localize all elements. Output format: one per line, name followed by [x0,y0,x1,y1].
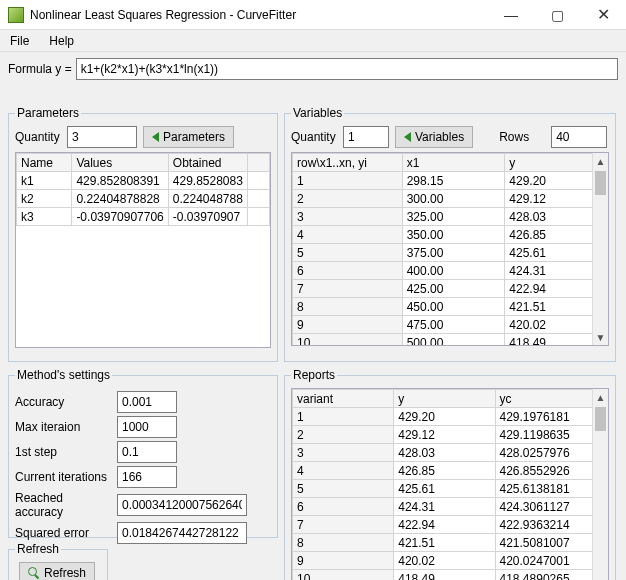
step-input[interactable] [117,441,177,463]
table-row[interactable]: 3428.03428.0257976 [293,444,608,462]
arrow-left-icon [152,132,159,142]
table-row[interactable]: 5425.61425.6138181 [293,480,608,498]
reports-scrollbar[interactable]: ▲ ▼ [592,389,608,580]
formula-label: Formula y = [8,62,72,76]
scroll-up-icon[interactable]: ▲ [593,389,608,405]
table-row[interactable]: k1429.852808391429.8528083 [17,172,270,190]
menu-file[interactable]: File [6,32,33,50]
scroll-down-icon[interactable]: ▼ [593,329,608,345]
menu-bar: File Help [0,30,626,52]
table-row[interactable]: 4426.85426.8552926 [293,462,608,480]
table-row[interactable]: 1429.20429.1976181 [293,408,608,426]
table-row[interactable]: 8421.51421.5081007 [293,534,608,552]
rows-input[interactable] [551,126,607,148]
variables-qty-label: Quantity [291,130,337,144]
window-title: Nonlinear Least Squares Regression - Cur… [30,8,488,22]
table-row[interactable]: 7425.00422.94 [293,280,608,298]
col-row[interactable]: row\x1..xn, yi [293,154,403,172]
method-group: Method's settings Accuracy Max iteraion … [8,368,278,538]
refresh-legend: Refresh [15,542,61,556]
close-button[interactable]: ✕ [580,0,626,30]
method-legend: Method's settings [15,368,112,382]
scroll-thumb[interactable] [595,171,606,195]
col-x1[interactable]: x1 [402,154,505,172]
variables-legend: Variables [291,106,344,120]
parameters-legend: Parameters [15,106,81,120]
parameters-qty-input[interactable] [67,126,137,148]
col-obtained[interactable]: Obtained [168,154,247,172]
table-row[interactable]: 6400.00424.31 [293,262,608,280]
accuracy-input[interactable] [117,391,177,413]
scroll-thumb[interactable] [595,407,606,431]
variables-table[interactable]: row\x1..xn, yi x1 y 1298.15429.202300.00… [291,152,609,346]
table-row[interactable]: 8450.00421.51 [293,298,608,316]
col-values[interactable]: Values [72,154,168,172]
table-row[interactable]: 10418.49418.4890265 [293,570,608,581]
table-row[interactable]: 2300.00429.12 [293,190,608,208]
reports-legend: Reports [291,368,337,382]
table-row[interactable]: 1298.15429.20 [293,172,608,190]
reached-output [117,494,247,516]
client-area: Formula y = Parameters Quantity Paramete… [0,52,626,580]
menu-help[interactable]: Help [45,32,78,50]
reports-group: Reports variant y yc 1429.20429.19761812… [284,368,616,580]
table-row[interactable]: 3325.00428.03 [293,208,608,226]
minimize-button[interactable]: — [488,0,534,30]
variables-qty-input[interactable] [343,126,389,148]
maxiter-input[interactable] [117,416,177,438]
parameters-button[interactable]: Parameters [143,126,234,148]
table-row[interactable]: 6424.31424.3061127 [293,498,608,516]
arrow-left-icon [404,132,411,142]
reports-table[interactable]: variant y yc 1429.20429.19761812429.1242… [291,388,609,580]
table-row[interactable]: 9420.02420.0247001 [293,552,608,570]
maxiter-label: Max iteraion [15,420,111,434]
parameters-table[interactable]: Name Values Obtained k1429.852808391429.… [15,152,271,348]
formula-row: Formula y = [8,58,618,80]
col-ry[interactable]: y [394,390,495,408]
formula-input[interactable] [76,58,618,80]
table-row[interactable]: 2429.12429.1198635 [293,426,608,444]
reached-label: Reached accuracy [15,491,111,519]
parameters-qty-label: Quantity [15,130,61,144]
curiter-label: Current iterations [15,470,111,484]
table-row[interactable]: 9475.00420.02 [293,316,608,334]
maximize-button[interactable]: ▢ [534,0,580,30]
app-icon [8,7,24,23]
sqerr-label: Squared error [15,526,111,540]
parameters-group: Parameters Quantity Parameters Name Valu… [8,106,278,362]
parameters-button-label: Parameters [163,130,225,144]
variables-group: Variables Quantity Variables Rows row\x1… [284,106,616,362]
table-row[interactable]: 4350.00426.85 [293,226,608,244]
refresh-button-label: Refresh [44,566,86,580]
col-variant[interactable]: variant [293,390,394,408]
titlebar: Nonlinear Least Squares Regression - Cur… [0,0,626,30]
variables-scrollbar[interactable]: ▲ ▼ [592,153,608,345]
table-row[interactable]: 10500.00418.49 [293,334,608,347]
curiter-output [117,466,177,488]
table-row[interactable]: k20.224048788280.224048788 [17,190,270,208]
refresh-group: Refresh Refresh [8,542,108,580]
sqerr-output [117,522,247,544]
col-yc[interactable]: yc [495,390,608,408]
table-row[interactable]: 5375.00425.61 [293,244,608,262]
variables-button[interactable]: Variables [395,126,473,148]
step-label: 1st step [15,445,111,459]
refresh-button[interactable]: Refresh [19,562,95,580]
table-row[interactable]: 7422.94422.9363214 [293,516,608,534]
table-row[interactable]: k3-0.03970907706-0.03970907 [17,208,270,226]
variables-button-label: Variables [415,130,464,144]
col-name[interactable]: Name [17,154,72,172]
rows-label: Rows [499,130,545,144]
accuracy-label: Accuracy [15,395,111,409]
scroll-up-icon[interactable]: ▲ [593,153,608,169]
refresh-icon [28,567,40,579]
